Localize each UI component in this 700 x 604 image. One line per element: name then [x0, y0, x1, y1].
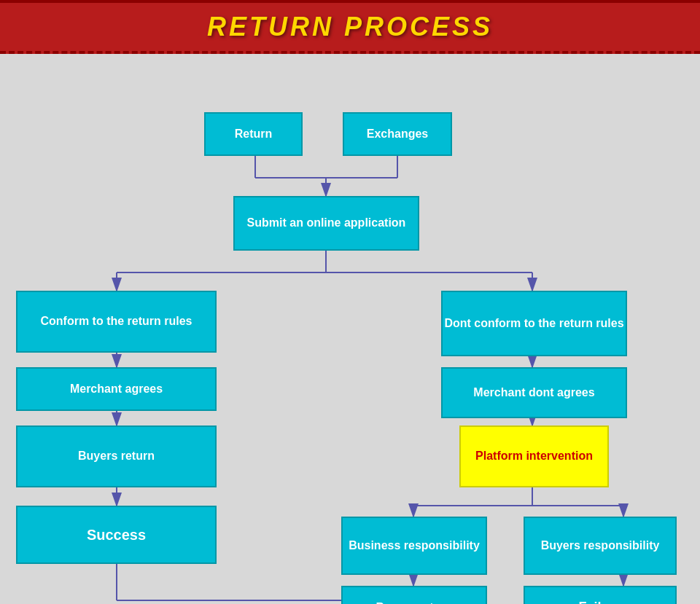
- page-wrapper: RETURN PROCESS: [0, 0, 700, 604]
- platform-intervention-box: Platform intervention: [459, 425, 609, 487]
- diagram-area: Return Exchanges Submit an online applic…: [0, 54, 700, 604]
- business-responsibility-box: Business responsibility: [341, 517, 487, 575]
- merchant-dont-agrees-box: Merchant dont agrees: [441, 367, 627, 418]
- failure-box: Failure: [524, 586, 677, 604]
- buyers-responsibility-box: Buyers responsibility: [524, 517, 677, 575]
- return-box: Return: [204, 112, 303, 156]
- buyers-return-left-box: Buyers return: [16, 425, 217, 487]
- page-title: RETURN PROCESS: [207, 12, 493, 42]
- merchant-agrees-box: Merchant agrees: [16, 367, 217, 411]
- submit-box: Submit an online application: [233, 196, 419, 251]
- conform-box: Conform to the return rules: [16, 291, 217, 353]
- dont-conform-box: Dont conform to the return rules: [441, 291, 627, 356]
- buyers-return-right-box: Buyers return: [341, 586, 487, 604]
- header: RETURN PROCESS: [0, 0, 700, 54]
- exchanges-box: Exchanges: [343, 112, 452, 156]
- success-box: Success: [16, 506, 217, 564]
